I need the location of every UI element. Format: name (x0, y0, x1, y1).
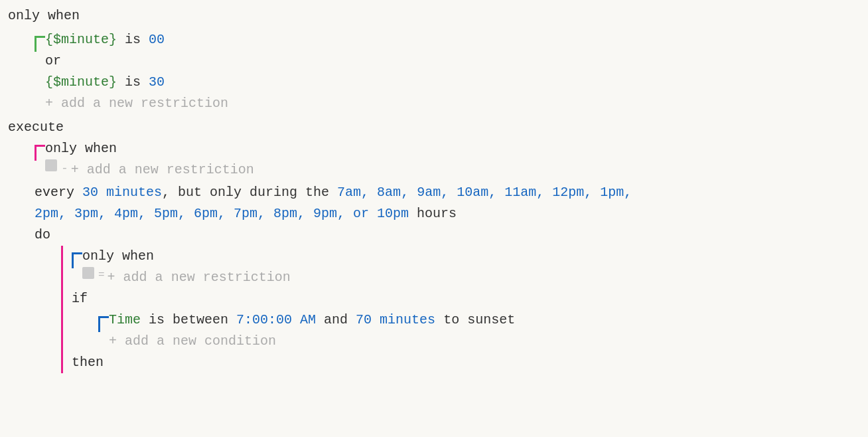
gray-square-2 (82, 267, 94, 279)
minutes-label: minutes (372, 309, 435, 331)
keyword-then: then (72, 352, 104, 373)
inner-only-when-content: only when = + add a new restriction (82, 246, 860, 288)
minute-30-line: {$minute} is 30 (45, 72, 228, 93)
keyword-only-inner: only (82, 246, 114, 267)
do-line: do (35, 224, 860, 246)
top-green-block: {$minute} is 00 or {$minute} is 30 (8, 29, 860, 114)
keyword-if: if (72, 288, 88, 309)
every-num: 30 (82, 182, 98, 203)
execute-pink-block: only when - + add a new restriction (35, 138, 860, 181)
keyword-when-top: when (48, 5, 80, 27)
if-line: if (72, 288, 860, 309)
add-restriction-inner[interactable]: = + add a new restriction (82, 267, 860, 288)
every-minutes-line: every 30 minutes , but only during the 7… (35, 182, 860, 203)
keyword-when-inner: when (122, 246, 154, 267)
minutes-val: 70 (356, 309, 372, 331)
hours-line-2: 2pm, 3pm, 4pm, 5pm, 6pm, 7pm, 8pm, 9pm, … (35, 203, 860, 224)
if-block: Time is between 7:00:00 AM and 70 minute… (98, 309, 860, 352)
add-restriction-top[interactable]: + add a new restriction (45, 93, 228, 114)
add-restriction-exec[interactable]: - + add a new restriction (45, 159, 860, 181)
add-condition[interactable]: + add a new condition (109, 331, 860, 352)
keyword-only: only (8, 5, 40, 27)
hours-list-1: 7am, 8am, 9am, 10am, 11am, 12pm, 1pm, (337, 182, 632, 203)
execute-pink-content: only when - + add a new restriction (45, 138, 860, 181)
execute-line: execute (8, 117, 860, 138)
var-minute-1: {$minute} (45, 29, 117, 50)
or-line-top: or (45, 50, 228, 72)
hours-list-2: 2pm, 3pm, 4pm, 5pm, 6pm, 7pm, 8pm, 9pm, … (35, 203, 409, 224)
gray-square-1 (45, 159, 57, 171)
only-when-top: only when (8, 5, 860, 27)
if-content: Time is between 7:00:00 AM and 70 minute… (109, 309, 860, 352)
keyword-execute: execute (8, 117, 64, 138)
hours-suffix: hours (409, 203, 457, 224)
time-condition-line: Time is between 7:00:00 AM and 70 minute… (109, 309, 860, 331)
var-minute-2: {$minute} (45, 72, 117, 93)
keyword-only-exec: only (45, 138, 77, 159)
every-unit: minutes (98, 182, 162, 203)
minus-icon: - (61, 159, 68, 179)
time-start: 7:00:00 AM (236, 309, 316, 331)
minute-00-line: {$minute} is 00 (45, 29, 228, 50)
top-section: only when {$minute} is 00 or (8, 5, 860, 114)
only-when-execute: only when (45, 138, 860, 159)
keyword-every: every (35, 182, 74, 203)
val-00: 00 (149, 29, 165, 50)
inner-only-when-block: only when = + add a new restriction (72, 246, 860, 288)
green-block-content: {$minute} is 00 or {$minute} is 30 (45, 29, 228, 114)
keyword-or-top: or (45, 50, 61, 72)
val-30: 30 (149, 72, 165, 93)
equals-icon: = (98, 267, 105, 284)
green-bracket-container: {$minute} is 00 or {$minute} is 30 (35, 29, 228, 114)
only-when-inner: only when (82, 246, 860, 267)
do-content: only when = + add a new restriction if (72, 246, 860, 373)
keyword-when-exec: when (85, 138, 117, 159)
then-line: then (72, 352, 860, 373)
do-inner-block: only when = + add a new restriction if (61, 246, 860, 373)
keyword-do: do (35, 224, 50, 246)
execute-block: only when - + add a new restriction ever… (35, 138, 860, 373)
time-label: Time (109, 309, 141, 331)
